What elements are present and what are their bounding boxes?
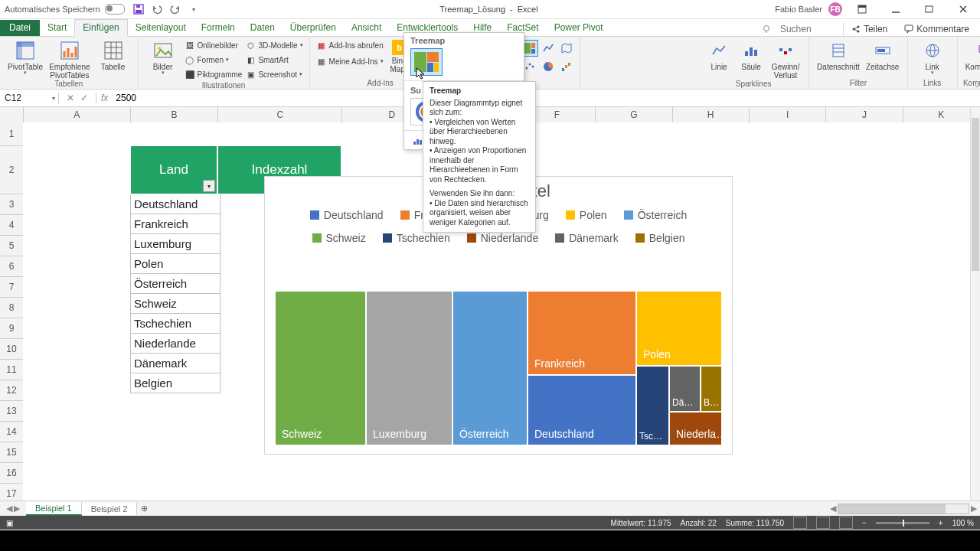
undo-icon[interactable] bbox=[151, 3, 163, 15]
comment-button[interactable]: Kommentar bbox=[962, 38, 980, 71]
line-chart-icon[interactable] bbox=[540, 40, 557, 57]
row-5[interactable]: 5 bbox=[0, 236, 23, 256]
smartart-button[interactable]: ◧SmartArt bbox=[243, 53, 304, 67]
row-17[interactable]: 17 bbox=[0, 484, 23, 500]
col-I[interactable]: I bbox=[750, 107, 826, 122]
row-13[interactable]: 13 bbox=[0, 401, 23, 422]
treemap-rect-luxemburg[interactable]: Luxemburg bbox=[367, 292, 452, 445]
name-box[interactable]: C12 bbox=[0, 93, 59, 103]
sheet-tab-1[interactable]: Beispiel 1 bbox=[26, 502, 82, 516]
row-6[interactable]: 6 bbox=[0, 256, 23, 277]
page-layout-view-icon[interactable] bbox=[816, 517, 830, 529]
zoom-slider[interactable] bbox=[876, 522, 929, 524]
tab-daten[interactable]: Daten bbox=[243, 20, 283, 36]
legend-item[interactable]: Belgien bbox=[635, 232, 685, 244]
treemap-rect-tschechien[interactable]: Tsc… bbox=[637, 367, 668, 445]
vertical-scrollbar[interactable] bbox=[970, 107, 980, 500]
treemap-rect-dänemark[interactable]: Dä… bbox=[670, 367, 700, 411]
country-cell[interactable]: Frankreich bbox=[130, 214, 220, 234]
enter-formula-icon[interactable]: ✓ bbox=[80, 93, 88, 103]
share-button[interactable]: Teilen bbox=[843, 22, 892, 36]
cancel-formula-icon[interactable]: ✕ bbox=[67, 93, 74, 103]
country-cell[interactable]: Polen bbox=[130, 254, 220, 274]
country-cell[interactable]: Österreich bbox=[130, 274, 220, 294]
country-cell[interactable]: Schweiz bbox=[130, 294, 220, 314]
screenshot-button[interactable]: ▣Screenshot ▾ bbox=[243, 67, 304, 81]
treemap-rect-schweiz[interactable]: Schweiz bbox=[276, 292, 365, 445]
pie-chart-icon[interactable] bbox=[540, 58, 557, 75]
minimize-icon[interactable] bbox=[882, 0, 910, 18]
tab-powerpivot[interactable]: Power Pivot bbox=[547, 20, 611, 36]
collapse-ribbon-icon[interactable]: ˇ bbox=[976, 86, 978, 94]
icons-button[interactable]: ⬛Piktogramme bbox=[183, 67, 244, 81]
col-H[interactable]: H bbox=[673, 107, 750, 122]
treemap-rect-niederlande[interactable]: Niederla… bbox=[670, 412, 721, 445]
tab-einfugen[interactable]: Einfügen bbox=[74, 19, 127, 37]
sparkline-winloss-button[interactable]: Gewinn/ Verlust bbox=[767, 38, 804, 80]
qat-customize-icon[interactable]: ▾ bbox=[188, 3, 200, 15]
tell-me-icon[interactable] bbox=[762, 24, 771, 34]
sheet-tab-2[interactable]: Beispiel 2 bbox=[82, 503, 138, 515]
treemap-rect-deutschland[interactable]: Deutschland bbox=[528, 376, 635, 445]
treemap-rect-österreich[interactable]: Österreich bbox=[453, 292, 527, 445]
slicer-button[interactable]: Datenschnitt bbox=[814, 38, 863, 71]
legend-item[interactable]: Schweiz bbox=[312, 232, 366, 244]
get-addins-button[interactable]: ▦Add-Ins abrufen bbox=[315, 38, 385, 52]
normal-view-icon[interactable] bbox=[793, 517, 807, 529]
filter-button[interactable]: ▾ bbox=[203, 180, 215, 192]
treemap-plot[interactable]: DeutschlandFrankreichLuxemburgPolenÖster… bbox=[276, 292, 721, 445]
close-icon[interactable] bbox=[949, 0, 977, 18]
table-header-land[interactable]: Land ▾ bbox=[130, 145, 217, 194]
page-break-view-icon[interactable] bbox=[839, 517, 853, 529]
maximize-icon[interactable] bbox=[916, 0, 943, 18]
tell-me-input[interactable] bbox=[779, 23, 835, 35]
recommended-pivot-button[interactable]: Empfohlene PivotTables bbox=[46, 38, 93, 80]
ribbon-display-options-icon[interactable] bbox=[848, 0, 876, 18]
select-all-button[interactable] bbox=[0, 107, 24, 122]
row-9[interactable]: 9 bbox=[0, 318, 23, 339]
row-2[interactable]: 2 bbox=[0, 146, 23, 194]
comments-button[interactable]: Kommentare bbox=[900, 22, 974, 36]
legend-item[interactable]: Deutschland bbox=[310, 209, 384, 221]
fx-icon[interactable]: fx bbox=[96, 93, 113, 103]
row-16[interactable]: 16 bbox=[0, 463, 23, 484]
redo-icon[interactable] bbox=[169, 3, 181, 15]
row-8[interactable]: 8 bbox=[0, 298, 23, 318]
treemap-rect-polen[interactable]: Polen bbox=[637, 292, 721, 365]
country-cell[interactable]: Luxemburg bbox=[130, 234, 220, 254]
legend-item[interactable]: Niederlande bbox=[467, 232, 539, 244]
vscroll-thumb[interactable] bbox=[972, 118, 979, 271]
pivot-table-button[interactable]: PivotTable▾ bbox=[5, 38, 46, 76]
treemap-thumbnail[interactable] bbox=[410, 48, 443, 76]
col-B[interactable]: B bbox=[131, 107, 218, 122]
shapes-button[interactable]: ◯Formen ▾ bbox=[183, 53, 244, 67]
hscroll-right[interactable]: ▶ bbox=[971, 504, 977, 514]
tab-uberprufen[interactable]: Überprüfen bbox=[283, 20, 344, 36]
3d-models-button[interactable]: ⬡3D-Modelle ▾ bbox=[243, 38, 304, 52]
add-sheet-button[interactable]: ⊕ bbox=[137, 504, 151, 514]
row-11[interactable]: 11 bbox=[0, 360, 23, 380]
pictures-button[interactable]: Bilder▾ bbox=[143, 38, 183, 76]
record-macro-icon[interactable]: ▣ bbox=[6, 519, 13, 527]
online-pictures-button[interactable]: 🖼Onlinebilder bbox=[183, 38, 244, 52]
hscroll-left[interactable]: ◀ bbox=[830, 504, 836, 514]
treemap-rect-frankreich[interactable]: Frankreich bbox=[528, 292, 635, 374]
link-button[interactable]: Link▾ bbox=[913, 38, 952, 76]
col-A[interactable]: A bbox=[24, 107, 131, 122]
tab-file[interactable]: Datei bbox=[0, 20, 40, 36]
avatar[interactable]: FB bbox=[828, 2, 842, 16]
col-G[interactable]: G bbox=[596, 107, 672, 122]
zoom-out-icon[interactable]: − bbox=[862, 519, 867, 527]
row-7[interactable]: 7 bbox=[0, 277, 23, 298]
zoom-in-icon[interactable]: + bbox=[939, 519, 943, 527]
legend-item[interactable]: Tschechien bbox=[383, 232, 450, 244]
horizontal-scrollbar[interactable] bbox=[838, 504, 969, 514]
row-12[interactable]: 12 bbox=[0, 380, 23, 401]
user-name[interactable]: Fabio Basler bbox=[775, 5, 822, 14]
sheet-nav[interactable]: ◀▶ bbox=[0, 504, 26, 514]
zoom-level[interactable]: 100 % bbox=[952, 519, 974, 527]
row-15[interactable]: 15 bbox=[0, 442, 23, 463]
tab-formeln[interactable]: Formeln bbox=[194, 20, 243, 36]
formula-input[interactable] bbox=[113, 92, 232, 104]
country-cell[interactable]: Dänemark bbox=[130, 354, 220, 373]
